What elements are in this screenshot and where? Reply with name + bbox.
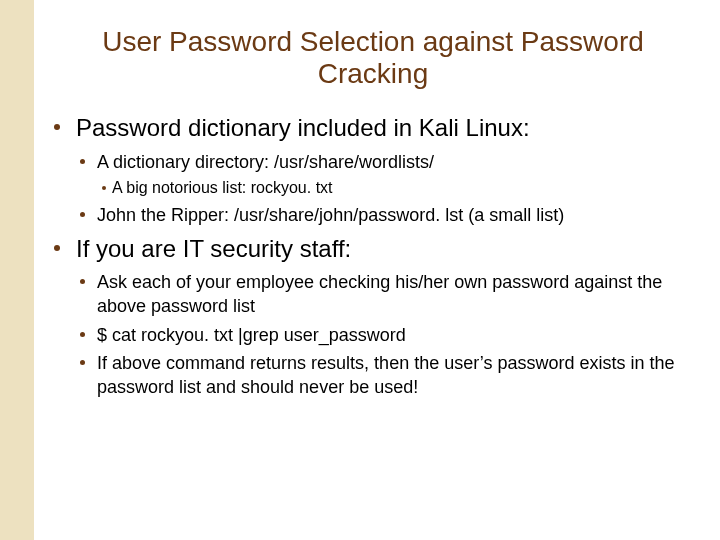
- list-item: If above command returns results, then t…: [80, 351, 696, 400]
- bullet-list-level2: Ask each of your employee checking his/h…: [54, 270, 696, 399]
- list-item: Ask each of your employee checking his/h…: [80, 270, 696, 319]
- bullet-text: If above command returns results, then t…: [97, 351, 696, 400]
- bullet-list-level3: A big notorious list: rockyou. txt: [80, 178, 696, 199]
- bullet-icon: [80, 212, 85, 217]
- bullet-icon: [80, 279, 85, 284]
- bullet-text: A dictionary directory: /usr/share/wordl…: [97, 150, 434, 174]
- list-item: $ cat rockyou. txt |grep user_password: [80, 323, 696, 347]
- bullet-icon: [54, 245, 60, 251]
- bullet-text: Ask each of your employee checking his/h…: [97, 270, 696, 319]
- bullet-text: If you are IT security staff:: [76, 233, 351, 264]
- slide: User Password Selection against Password…: [0, 0, 720, 540]
- bullet-icon: [80, 159, 85, 164]
- bullet-icon: [102, 186, 106, 190]
- left-accent-band: [0, 0, 34, 540]
- bullet-icon: [80, 332, 85, 337]
- bullet-text: $ cat rockyou. txt |grep user_password: [97, 323, 406, 347]
- list-item: If you are IT security staff: Ask each o…: [54, 233, 696, 400]
- list-item: A big notorious list: rockyou. txt: [102, 178, 696, 199]
- bullet-list-level1: Password dictionary included in Kali Lin…: [50, 112, 696, 399]
- bullet-text: Password dictionary included in Kali Lin…: [76, 112, 530, 143]
- slide-content: User Password Selection against Password…: [50, 26, 696, 406]
- bullet-icon: [54, 124, 60, 130]
- bullet-icon: [80, 360, 85, 365]
- slide-title: User Password Selection against Password…: [50, 26, 696, 90]
- list-item: A dictionary directory: /usr/share/wordl…: [80, 150, 696, 199]
- bullet-text: John the Ripper: /usr/share/john/passwor…: [97, 203, 564, 227]
- list-item: Password dictionary included in Kali Lin…: [54, 112, 696, 227]
- bullet-text: A big notorious list: rockyou. txt: [112, 178, 333, 199]
- list-item: John the Ripper: /usr/share/john/passwor…: [80, 203, 696, 227]
- bullet-list-level2: A dictionary directory: /usr/share/wordl…: [54, 150, 696, 227]
